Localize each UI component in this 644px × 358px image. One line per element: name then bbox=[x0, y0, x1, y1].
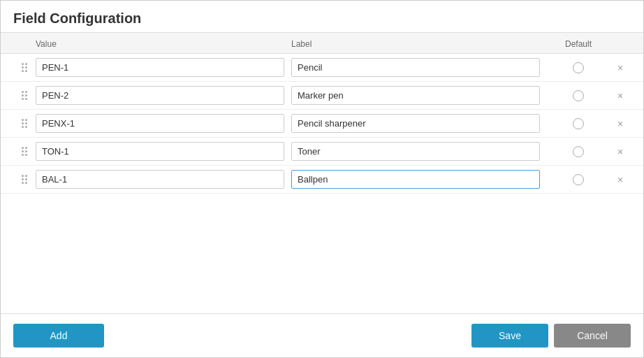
label-cell bbox=[291, 142, 547, 161]
remove-cell: × bbox=[610, 89, 631, 103]
remove-button[interactable]: × bbox=[615, 173, 626, 187]
default-radio[interactable] bbox=[573, 146, 584, 157]
default-cell bbox=[547, 62, 610, 73]
save-button[interactable]: Save bbox=[471, 324, 548, 348]
table-row: × bbox=[1, 82, 643, 110]
default-radio[interactable] bbox=[573, 174, 584, 185]
remove-cell: × bbox=[610, 173, 631, 187]
value-input[interactable] bbox=[36, 86, 284, 105]
table-row: × bbox=[1, 166, 643, 194]
default-cell bbox=[547, 174, 610, 185]
value-column-label: Value bbox=[36, 39, 57, 49]
label-cell bbox=[291, 86, 547, 105]
remove-cell: × bbox=[610, 117, 631, 131]
drag-handle[interactable] bbox=[13, 175, 36, 184]
label-input[interactable] bbox=[291, 114, 540, 133]
drag-handle[interactable] bbox=[13, 63, 36, 72]
table-row: × bbox=[1, 138, 643, 166]
remove-cell: × bbox=[610, 145, 631, 159]
label-input[interactable] bbox=[291, 170, 540, 189]
label-input[interactable] bbox=[291, 86, 540, 105]
default-cell bbox=[547, 146, 610, 157]
table-row: × bbox=[1, 54, 643, 82]
value-input[interactable] bbox=[36, 114, 284, 133]
value-cell bbox=[36, 86, 291, 105]
value-input[interactable] bbox=[36, 58, 284, 77]
value-cell bbox=[36, 142, 291, 161]
label-input[interactable] bbox=[291, 58, 540, 77]
remove-button[interactable]: × bbox=[615, 145, 626, 159]
value-cell bbox=[36, 114, 291, 133]
drag-handle[interactable] bbox=[13, 91, 36, 100]
remove-cell: × bbox=[610, 61, 631, 75]
default-cell bbox=[547, 90, 610, 101]
label-cell bbox=[291, 58, 547, 77]
value-cell bbox=[36, 170, 291, 189]
table-header: Value Label Default bbox=[1, 33, 643, 54]
drag-handle[interactable] bbox=[13, 147, 36, 156]
value-cell bbox=[36, 58, 291, 77]
drag-handle[interactable] bbox=[13, 119, 36, 128]
remove-button[interactable]: × bbox=[615, 89, 626, 103]
table-body: ××××× bbox=[1, 54, 643, 313]
panel-header: Field Configuration bbox=[1, 1, 643, 33]
label-input[interactable] bbox=[291, 142, 540, 161]
cancel-button[interactable]: Cancel bbox=[554, 324, 631, 348]
value-input[interactable] bbox=[36, 170, 284, 189]
default-radio[interactable] bbox=[573, 118, 584, 129]
field-configuration-panel: Field Configuration Value Label Default … bbox=[0, 0, 644, 358]
col-value-header: Value bbox=[36, 38, 291, 49]
default-column-label: Default bbox=[565, 39, 592, 49]
col-label-header: Label bbox=[291, 38, 547, 49]
col-default-header: Default bbox=[547, 38, 610, 49]
label-cell bbox=[291, 114, 547, 133]
panel-footer: Add Save Cancel bbox=[1, 313, 643, 357]
default-radio[interactable] bbox=[573, 62, 584, 73]
table-row: × bbox=[1, 110, 643, 138]
label-cell bbox=[291, 170, 547, 189]
default-cell bbox=[547, 118, 610, 129]
remove-button[interactable]: × bbox=[615, 117, 626, 131]
label-column-label: Label bbox=[291, 39, 312, 49]
add-button[interactable]: Add bbox=[13, 324, 104, 348]
default-radio[interactable] bbox=[573, 90, 584, 101]
remove-button[interactable]: × bbox=[615, 61, 626, 75]
page-title: Field Configuration bbox=[13, 10, 141, 26]
value-input[interactable] bbox=[36, 142, 284, 161]
